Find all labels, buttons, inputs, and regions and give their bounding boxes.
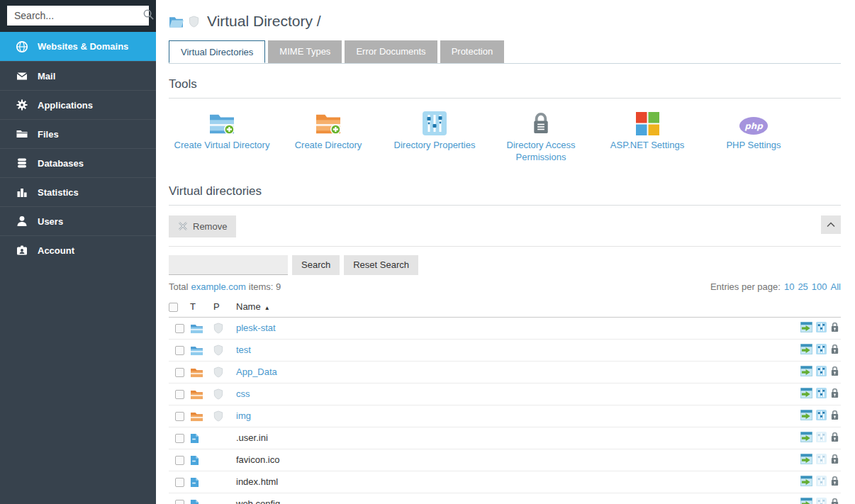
list-search-button[interactable]: Search	[292, 255, 340, 275]
permissions-icon[interactable]	[830, 410, 839, 420]
item-name[interactable]: img	[236, 410, 251, 421]
permissions-icon[interactable]	[830, 498, 839, 504]
properties-icon[interactable]	[816, 344, 827, 354]
virtual-directory-icon	[190, 345, 203, 356]
open-icon[interactable]	[800, 366, 812, 376]
chevron-up-icon	[827, 219, 835, 230]
list-search-input[interactable]	[169, 255, 288, 275]
permissions-icon[interactable]	[830, 322, 839, 332]
tool-create-directory[interactable]: Create Directory	[275, 106, 381, 164]
properties-icon[interactable]	[816, 366, 827, 376]
row-checkbox[interactable]	[175, 368, 184, 377]
tab-protection[interactable]: Protection	[440, 40, 505, 63]
open-icon[interactable]	[800, 344, 812, 354]
sidebar-item-users[interactable]: Users	[0, 206, 156, 235]
column-name-sort[interactable]: Name▲	[236, 297, 773, 318]
open-icon[interactable]	[800, 322, 812, 332]
tab-error-documents[interactable]: Error Documents	[345, 40, 437, 63]
properties-icon	[816, 454, 827, 464]
search-icon[interactable]	[142, 9, 155, 23]
open-icon[interactable]	[800, 410, 812, 420]
row-checkbox[interactable]	[175, 456, 184, 465]
table-row: index.html	[169, 471, 841, 493]
tab-mime-types[interactable]: MIME Types	[268, 40, 342, 63]
gear-icon	[15, 99, 28, 111]
select-all-checkbox[interactable]	[169, 303, 178, 312]
file-icon	[190, 433, 199, 444]
sidebar-item-account[interactable]: Account	[0, 235, 156, 264]
sidebar-item-mail[interactable]: Mail	[0, 61, 156, 90]
properties-icon[interactable]	[816, 410, 827, 420]
row-checkbox[interactable]	[175, 346, 184, 355]
permissions-icon[interactable]	[830, 476, 839, 486]
file-icon	[190, 499, 199, 504]
entries-option-25[interactable]: 25	[798, 281, 808, 292]
database-icon	[15, 157, 28, 169]
permissions-icon[interactable]	[830, 366, 839, 376]
entries-option-10[interactable]: 10	[784, 281, 794, 292]
tool-asp-net-settings[interactable]: ASP.NET Settings	[594, 106, 700, 164]
svg-text:php: php	[744, 121, 764, 131]
open-icon[interactable]	[800, 432, 812, 442]
entries-per-page: Entries per page:1025100All	[710, 281, 841, 292]
list-heading: Virtual directories	[169, 184, 841, 206]
tool-directory-access-permissions[interactable]: Directory Access Permissions	[488, 106, 594, 164]
tool-label: Directory Access Permissions	[488, 140, 594, 164]
tools-row: Create Virtual DirectoryCreate Directory…	[169, 106, 841, 164]
row-checkbox[interactable]	[175, 478, 184, 487]
properties-icon[interactable]	[816, 322, 827, 332]
php-settings-icon: php	[700, 106, 807, 135]
sidebar-item-statistics[interactable]: Statistics	[0, 177, 156, 206]
open-icon[interactable]	[800, 388, 812, 398]
sidebar-item-websites-domains[interactable]: Websites & Domains	[0, 32, 156, 61]
protection-shield-icon	[213, 323, 223, 334]
virtual-directory-icon	[190, 323, 203, 334]
item-name[interactable]: css	[236, 388, 250, 399]
properties-icon[interactable]	[816, 388, 827, 398]
permissions-icon[interactable]	[830, 344, 839, 354]
file-icon	[190, 477, 199, 488]
directory-table: T P Name▲ plesk-stattestApp_Datacssimg.u…	[169, 297, 841, 504]
tool-label: Directory Properties	[381, 140, 488, 152]
sort-asc-icon: ▲	[264, 305, 270, 311]
tool-create-virtual-directory[interactable]: Create Virtual Directory	[169, 106, 275, 164]
remove-button[interactable]: Remove	[169, 215, 236, 237]
aspnet-settings-icon	[594, 106, 700, 135]
entries-option-all[interactable]: All	[831, 281, 841, 292]
row-checkbox[interactable]	[175, 390, 184, 399]
open-icon[interactable]	[800, 498, 812, 504]
protection-shield-icon	[213, 366, 223, 378]
sidebar-item-databases[interactable]: Databases	[0, 148, 156, 177]
tools-heading: Tools	[169, 77, 841, 99]
row-checkbox[interactable]	[175, 412, 184, 421]
tool-label: PHP Settings	[700, 140, 807, 152]
reset-search-button[interactable]: Reset Search	[344, 255, 418, 275]
tool-label: ASP.NET Settings	[594, 140, 700, 152]
sidebar-item-applications[interactable]: Applications	[0, 90, 156, 119]
globe-icon	[15, 40, 28, 53]
entries-option-100[interactable]: 100	[812, 281, 827, 292]
row-checkbox[interactable]	[175, 434, 184, 443]
search-input[interactable]	[14, 10, 142, 21]
tool-php-settings[interactable]: phpPHP Settings	[700, 106, 807, 164]
protection-shield-icon	[213, 345, 223, 356]
sidebar-item-files[interactable]: Files	[0, 119, 156, 148]
row-checkbox[interactable]	[175, 500, 184, 504]
tab-virtual-directories[interactable]: Virtual Directories	[169, 40, 265, 63]
table-row: favicon.ico	[169, 449, 841, 471]
item-name[interactable]: plesk-stat	[236, 323, 276, 333]
permissions-icon[interactable]	[830, 388, 839, 398]
domain-link[interactable]: example.com	[191, 281, 245, 292]
item-name[interactable]: test	[236, 345, 251, 355]
row-checkbox[interactable]	[175, 324, 184, 333]
open-icon[interactable]	[800, 454, 812, 464]
user-icon	[15, 215, 28, 228]
tool-directory-properties[interactable]: Directory Properties	[381, 106, 488, 164]
directory-icon	[190, 367, 203, 378]
protection-shield-icon	[213, 388, 223, 400]
permissions-icon[interactable]	[830, 454, 839, 464]
collapse-toolbar-button[interactable]	[821, 215, 841, 234]
open-icon[interactable]	[800, 476, 812, 486]
item-name[interactable]: App_Data	[236, 366, 277, 377]
permissions-icon[interactable]	[830, 432, 839, 442]
